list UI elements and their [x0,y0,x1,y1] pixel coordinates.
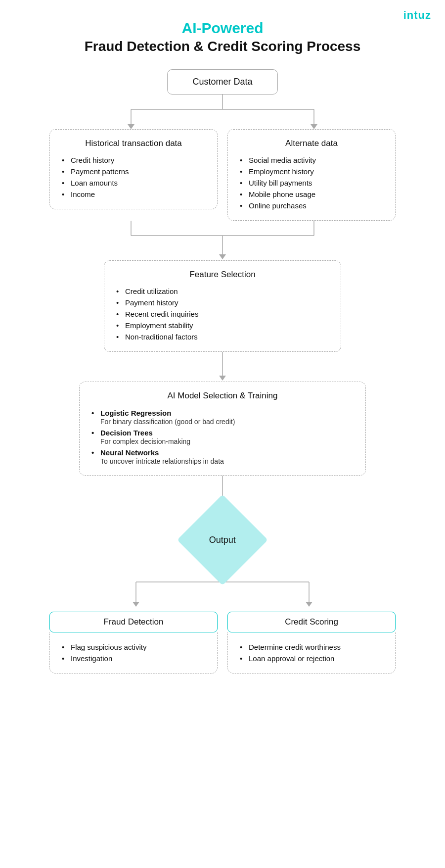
two-col-section: Historical transaction data Credit histo… [49,129,396,221]
branch-svg-top [49,95,396,129]
list-item: Online purchases [240,200,383,211]
alternate-data-box: Alternate data Social media activity Emp… [227,129,396,221]
ai-item-title-1: Decision Trees [100,429,153,437]
ai-item-title-0: Logistic Regression [100,409,171,417]
alternate-data-title: Alternate data [240,139,383,148]
list-item: Determine credit worthiness [240,641,383,653]
header-ai-label: AI-Powered [85,20,361,37]
credit-scoring-detail-box: Determine credit worthiness Loan approva… [227,632,396,674]
svg-marker-4 [128,124,134,129]
ai-model-box: AI Model Selection & Training Logistic R… [79,382,366,476]
list-item: Income [62,189,205,200]
list-item: Investigation [62,653,205,664]
fraud-detection-title-box: Fraud Detection [49,612,218,632]
list-item: Credit history [62,154,205,166]
fraud-detection-list: Flag suspicious activity Investigation [62,641,205,664]
svg-marker-19 [133,602,139,607]
svg-marker-20 [306,602,312,607]
arrow-svg-ai [198,352,247,382]
ai-model-title: AI Model Selection & Training [91,391,354,401]
alternate-data-list: Social media activity Employment history… [240,154,383,211]
credit-scoring-title-box: Credit Scoring [227,612,396,632]
merge-svg [49,221,396,260]
list-item: Mobile phone usage [240,189,383,200]
ai-item-desc-1: For complex decision-making [100,437,190,445]
list-item: Non-traditional factors [116,331,329,342]
historical-data-box: Historical transaction data Credit histo… [49,129,218,209]
feature-selection-title: Feature Selection [116,270,329,280]
list-item: Decision Trees For complex decision-maki… [91,427,354,446]
historical-data-title: Historical transaction data [62,139,205,148]
customer-data-box: Customer Data [167,69,277,95]
ai-item-title-2: Neural Networks [100,448,159,457]
list-item: Employment stability [116,320,329,331]
list-item: Recent credit inquiries [116,308,329,320]
ai-model-list: Logistic Regression For binary classific… [91,407,354,466]
list-item: Neural Networks To uncover intricate rel… [91,446,354,466]
page-wrapper: intuz AI-Powered Fraud Detection & Credi… [0,0,445,703]
list-item: Utility bill payments [240,177,383,189]
list-item: Payment patterns [62,166,205,177]
svg-marker-5 [311,124,317,129]
list-item: Social media activity [240,154,383,166]
header-section: AI-Powered Fraud Detection & Credit Scor… [85,20,361,54]
output-label: Output [209,534,236,545]
output-row: Fraud Detection Flag suspicious activity… [49,612,396,674]
list-item: Employment history [240,166,383,177]
list-item: Logistic Regression For binary classific… [91,407,354,427]
historical-data-list: Credit history Payment patterns Loan amo… [62,154,205,200]
feature-selection-list: Credit utilization Payment history Recen… [116,286,329,342]
header-title: Fraud Detection & Credit Scoring Process [85,39,361,54]
list-item: Loan approval or rejection [240,653,383,664]
fraud-detection-col: Fraud Detection Flag suspicious activity… [49,612,218,674]
brand-logo: intuz [403,9,431,22]
list-item: Payment history [116,297,329,308]
list-item: Flag suspicious activity [62,641,205,653]
credit-scoring-col: Credit Scoring Determine credit worthine… [227,612,396,674]
feature-selection-box: Feature Selection Credit utilization Pay… [104,260,341,352]
output-diamond-wrapper: Output [190,508,255,572]
svg-marker-10 [219,254,226,259]
ai-item-desc-2: To uncover intricate relationships in da… [100,457,224,465]
ai-item-desc-0: For binary classification (good or bad c… [100,418,235,426]
svg-marker-12 [219,376,226,381]
list-item: Credit utilization [116,286,329,297]
credit-scoring-list: Determine credit worthiness Loan approva… [240,641,383,664]
list-item: Loan amounts [62,177,205,189]
fraud-detection-detail-box: Flag suspicious activity Investigation [49,632,218,674]
